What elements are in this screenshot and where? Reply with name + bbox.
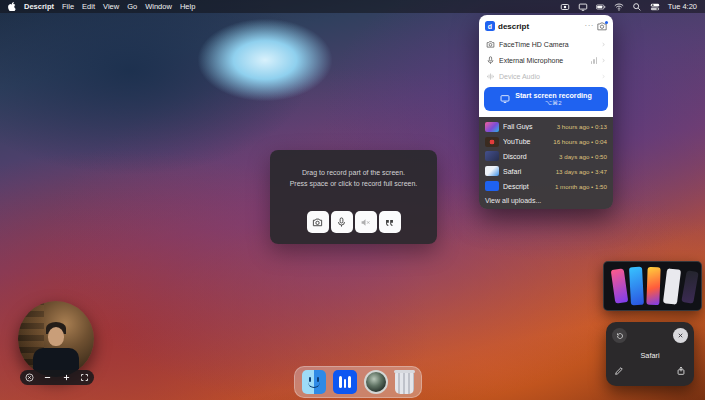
edit-icon[interactable] [614,362,624,380]
webcam-controls [20,370,94,385]
microphone-device-label: External Microphone [499,57,587,64]
webcam-toggle-icon[interactable] [597,22,607,31]
recording-thumbnail [485,151,499,161]
recording-row[interactable]: YouTube 16 hours ago • 0:04 [479,134,613,149]
person-face [48,327,64,346]
screen-record-status-icon[interactable] [560,2,570,12]
device-audio-toggle-button[interactable] [355,211,377,233]
webcam-active-dot [605,21,608,24]
recording-row[interactable]: Safari 13 days ago • 3:47 [479,164,613,179]
recording-thumbnail [485,181,499,191]
menu-item-help[interactable]: Help [180,2,195,11]
transcription-toggle-button[interactable] [379,211,401,233]
waveform-icon [486,72,495,81]
device-audio-label: Device Audio [499,73,597,80]
recording-row[interactable]: Fall Guys 3 hours ago • 0:13 [479,120,613,135]
wifi-icon[interactable] [614,2,624,12]
chevron-right-icon [601,41,606,48]
display-status-icon[interactable] [578,2,588,12]
menu-item-file[interactable]: File [62,2,74,11]
chevron-right-icon [601,73,606,80]
finder-smile [308,380,320,388]
thumbnail-art [611,268,629,303]
menu-item-go[interactable]: Go [127,2,137,11]
menu-bar-status-area: Tue 4:20 [560,2,697,12]
thumbnail-art [663,268,681,304]
menu-bar-clock[interactable]: Tue 4:20 [668,2,697,11]
thumbnail-art [681,270,698,304]
camera-device-label: FaceTime HD Camera [499,41,597,48]
menu-bar-left: Descript File Edit View Go Window Help [8,2,195,11]
start-recording-label: Start screen recording [515,91,592,100]
descript-logo-bar [348,376,351,388]
dock-camera-app-icon[interactable] [364,370,388,394]
zoom-in-button[interactable] [62,373,71,382]
microphone-icon [486,56,495,65]
webcam-preview[interactable] [18,301,94,377]
camera-toggle-button[interactable] [307,211,329,233]
descript-logo-bar [344,379,347,388]
recording-meta: 3 hours ago • 0:13 [557,123,607,130]
more-menu-button[interactable]: ··· [585,24,595,28]
overlay-instructions: Drag to record part of the screen. Press… [290,167,418,189]
recording-name: Discord [503,153,555,160]
recording-row[interactable]: Discord 3 days ago • 0:50 [479,149,613,164]
dock-descript-icon[interactable] [333,370,357,394]
microphone-device-row[interactable]: External Microphone [484,52,608,68]
menu-item-window[interactable]: Window [145,2,172,11]
retry-upload-icon[interactable] [612,328,627,343]
share-icon[interactable] [676,362,686,380]
screen-record-overlay[interactable]: Drag to record part of the screen. Press… [270,150,437,244]
recent-recordings-list: Fall Guys 3 hours ago • 0:13 YouTube 16 … [479,117,613,210]
recording-meta: 1 month ago • 1:50 [555,183,607,190]
display-record-icon [500,94,510,104]
recorder-header: d descript ··· [484,20,608,36]
descript-recorder-panel: d descript ··· FaceTime HD Camera Extern… [479,15,613,209]
close-webcam-button[interactable] [25,373,34,382]
thumbnail-art [629,267,644,306]
menu-item-edit[interactable]: Edit [82,2,95,11]
screenshot-thumbnail[interactable] [603,261,702,311]
menu-item-descript[interactable]: Descript [24,2,54,11]
device-audio-row[interactable]: Device Audio [484,68,608,84]
zoom-out-button[interactable] [43,373,52,382]
recording-thumbnail [485,166,499,176]
control-center-icon[interactable] [650,2,660,12]
menu-item-view[interactable]: View [103,2,119,11]
descript-logo-bar [339,376,342,388]
descript-logo: d [485,21,495,31]
start-button-text: Start screen recording ⌥⌘2 [515,91,592,108]
recording-name: Descript [503,183,551,190]
overlay-line2: Press space or click to record full scre… [290,178,418,189]
dock-trash-icon[interactable] [395,372,414,394]
recording-thumbnail [485,122,499,132]
recording-name: Safari [503,168,552,175]
view-all-uploads-link[interactable]: View all uploads... [479,193,613,207]
recording-meta: 3 days ago • 0:50 [559,153,607,160]
share-card-title: Safari [606,351,694,360]
mic-level-meter [591,57,598,64]
microphone-toggle-button[interactable] [331,211,353,233]
menu-bar: Descript File Edit View Go Window Help [0,0,705,13]
dock-finder-icon[interactable] [302,370,326,394]
camera-device-row[interactable]: FaceTime HD Camera [484,36,608,52]
start-recording-shortcut: ⌥⌘2 [545,100,561,108]
recording-row[interactable]: Descript 1 month ago • 1:50 [479,179,613,194]
expand-webcam-button[interactable] [80,373,89,382]
recording-share-card: Safari [606,322,694,386]
desktop: Descript File Edit View Go Window Help [0,0,705,400]
start-screen-recording-button[interactable]: Start screen recording ⌥⌘2 [484,87,608,111]
thumbnail-art [646,267,660,305]
recording-meta: 16 hours ago • 0:04 [553,138,607,145]
dock [294,366,422,398]
recording-thumbnail [485,137,499,147]
recorder-brand: descript [498,22,529,31]
chevron-right-icon [601,57,606,64]
battery-icon[interactable] [596,2,606,12]
close-icon[interactable] [673,328,688,343]
search-icon[interactable] [632,2,642,12]
recording-name: Fall Guys [503,123,553,130]
recorder-devices-section: d descript ··· FaceTime HD Camera Extern… [479,15,613,117]
apple-menu-icon[interactable] [8,2,16,11]
trash-lid [394,370,415,373]
